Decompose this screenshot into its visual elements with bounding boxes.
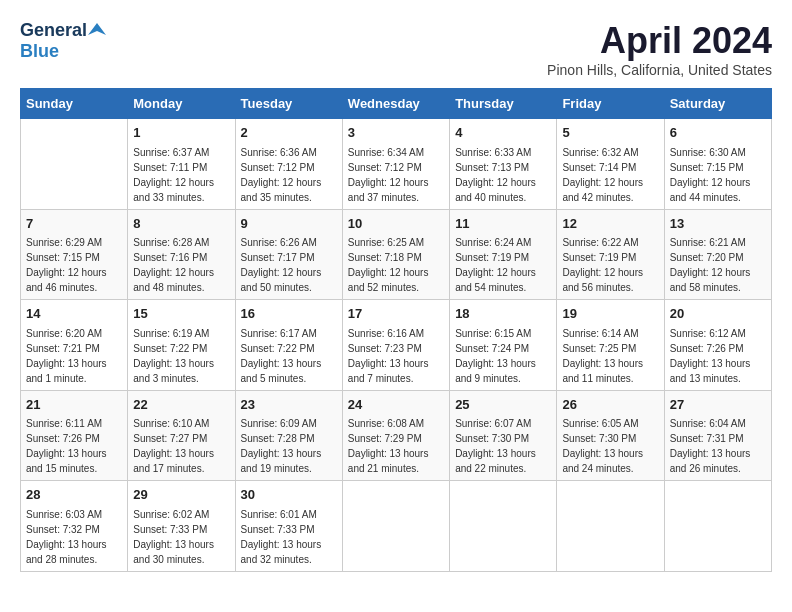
day-number: 21 bbox=[26, 395, 122, 415]
header-cell-monday: Monday bbox=[128, 89, 235, 119]
day-info: Sunrise: 6:34 AM Sunset: 7:12 PM Dayligh… bbox=[348, 145, 444, 205]
calendar-cell: 19Sunrise: 6:14 AM Sunset: 7:25 PM Dayli… bbox=[557, 300, 664, 391]
week-row-2: 7Sunrise: 6:29 AM Sunset: 7:15 PM Daylig… bbox=[21, 209, 772, 300]
day-info: Sunrise: 6:28 AM Sunset: 7:16 PM Dayligh… bbox=[133, 235, 229, 295]
day-info: Sunrise: 6:36 AM Sunset: 7:12 PM Dayligh… bbox=[241, 145, 337, 205]
day-info: Sunrise: 6:08 AM Sunset: 7:29 PM Dayligh… bbox=[348, 416, 444, 476]
day-number: 8 bbox=[133, 214, 229, 234]
calendar-cell: 23Sunrise: 6:09 AM Sunset: 7:28 PM Dayli… bbox=[235, 390, 342, 481]
day-info: Sunrise: 6:07 AM Sunset: 7:30 PM Dayligh… bbox=[455, 416, 551, 476]
day-number: 20 bbox=[670, 304, 766, 324]
day-number: 13 bbox=[670, 214, 766, 234]
day-number: 28 bbox=[26, 485, 122, 505]
day-number: 18 bbox=[455, 304, 551, 324]
day-info: Sunrise: 6:16 AM Sunset: 7:23 PM Dayligh… bbox=[348, 326, 444, 386]
day-number: 16 bbox=[241, 304, 337, 324]
day-info: Sunrise: 6:32 AM Sunset: 7:14 PM Dayligh… bbox=[562, 145, 658, 205]
day-info: Sunrise: 6:09 AM Sunset: 7:28 PM Dayligh… bbox=[241, 416, 337, 476]
day-info: Sunrise: 6:10 AM Sunset: 7:27 PM Dayligh… bbox=[133, 416, 229, 476]
calendar-cell: 22Sunrise: 6:10 AM Sunset: 7:27 PM Dayli… bbox=[128, 390, 235, 481]
calendar-cell: 3Sunrise: 6:34 AM Sunset: 7:12 PM Daylig… bbox=[342, 119, 449, 210]
day-info: Sunrise: 6:17 AM Sunset: 7:22 PM Dayligh… bbox=[241, 326, 337, 386]
title-block: April 2024 Pinon Hills, California, Unit… bbox=[547, 20, 772, 78]
day-info: Sunrise: 6:19 AM Sunset: 7:22 PM Dayligh… bbox=[133, 326, 229, 386]
day-number: 25 bbox=[455, 395, 551, 415]
day-info: Sunrise: 6:24 AM Sunset: 7:19 PM Dayligh… bbox=[455, 235, 551, 295]
logo-general: General bbox=[20, 20, 87, 41]
day-info: Sunrise: 6:26 AM Sunset: 7:17 PM Dayligh… bbox=[241, 235, 337, 295]
calendar-cell: 13Sunrise: 6:21 AM Sunset: 7:20 PM Dayli… bbox=[664, 209, 771, 300]
day-number: 24 bbox=[348, 395, 444, 415]
day-number: 3 bbox=[348, 123, 444, 143]
calendar-cell bbox=[21, 119, 128, 210]
calendar-cell: 24Sunrise: 6:08 AM Sunset: 7:29 PM Dayli… bbox=[342, 390, 449, 481]
day-info: Sunrise: 6:02 AM Sunset: 7:33 PM Dayligh… bbox=[133, 507, 229, 567]
week-row-5: 28Sunrise: 6:03 AM Sunset: 7:32 PM Dayli… bbox=[21, 481, 772, 572]
calendar-cell: 5Sunrise: 6:32 AM Sunset: 7:14 PM Daylig… bbox=[557, 119, 664, 210]
day-number: 5 bbox=[562, 123, 658, 143]
day-info: Sunrise: 6:25 AM Sunset: 7:18 PM Dayligh… bbox=[348, 235, 444, 295]
logo: General Blue bbox=[20, 20, 106, 62]
calendar-cell: 15Sunrise: 6:19 AM Sunset: 7:22 PM Dayli… bbox=[128, 300, 235, 391]
day-number: 15 bbox=[133, 304, 229, 324]
calendar-cell: 12Sunrise: 6:22 AM Sunset: 7:19 PM Dayli… bbox=[557, 209, 664, 300]
day-info: Sunrise: 6:30 AM Sunset: 7:15 PM Dayligh… bbox=[670, 145, 766, 205]
calendar-cell: 7Sunrise: 6:29 AM Sunset: 7:15 PM Daylig… bbox=[21, 209, 128, 300]
page-header: General Blue April 2024 Pinon Hills, Cal… bbox=[20, 20, 772, 78]
day-info: Sunrise: 6:15 AM Sunset: 7:24 PM Dayligh… bbox=[455, 326, 551, 386]
day-info: Sunrise: 6:20 AM Sunset: 7:21 PM Dayligh… bbox=[26, 326, 122, 386]
day-number: 10 bbox=[348, 214, 444, 234]
day-info: Sunrise: 6:04 AM Sunset: 7:31 PM Dayligh… bbox=[670, 416, 766, 476]
day-number: 2 bbox=[241, 123, 337, 143]
header-row: SundayMondayTuesdayWednesdayThursdayFrid… bbox=[21, 89, 772, 119]
day-info: Sunrise: 6:05 AM Sunset: 7:30 PM Dayligh… bbox=[562, 416, 658, 476]
calendar-cell: 11Sunrise: 6:24 AM Sunset: 7:19 PM Dayli… bbox=[450, 209, 557, 300]
calendar-cell: 9Sunrise: 6:26 AM Sunset: 7:17 PM Daylig… bbox=[235, 209, 342, 300]
page-title: April 2024 bbox=[547, 20, 772, 62]
header-cell-friday: Friday bbox=[557, 89, 664, 119]
day-number: 30 bbox=[241, 485, 337, 505]
day-number: 23 bbox=[241, 395, 337, 415]
day-number: 11 bbox=[455, 214, 551, 234]
day-info: Sunrise: 6:14 AM Sunset: 7:25 PM Dayligh… bbox=[562, 326, 658, 386]
day-number: 14 bbox=[26, 304, 122, 324]
day-info: Sunrise: 6:29 AM Sunset: 7:15 PM Dayligh… bbox=[26, 235, 122, 295]
header-cell-thursday: Thursday bbox=[450, 89, 557, 119]
calendar-cell: 30Sunrise: 6:01 AM Sunset: 7:33 PM Dayli… bbox=[235, 481, 342, 572]
calendar-cell: 21Sunrise: 6:11 AM Sunset: 7:26 PM Dayli… bbox=[21, 390, 128, 481]
calendar-cell: 25Sunrise: 6:07 AM Sunset: 7:30 PM Dayli… bbox=[450, 390, 557, 481]
week-row-1: 1Sunrise: 6:37 AM Sunset: 7:11 PM Daylig… bbox=[21, 119, 772, 210]
day-number: 29 bbox=[133, 485, 229, 505]
calendar-cell: 16Sunrise: 6:17 AM Sunset: 7:22 PM Dayli… bbox=[235, 300, 342, 391]
calendar-table: SundayMondayTuesdayWednesdayThursdayFrid… bbox=[20, 88, 772, 572]
calendar-cell: 28Sunrise: 6:03 AM Sunset: 7:32 PM Dayli… bbox=[21, 481, 128, 572]
day-number: 17 bbox=[348, 304, 444, 324]
calendar-cell bbox=[664, 481, 771, 572]
calendar-cell: 26Sunrise: 6:05 AM Sunset: 7:30 PM Dayli… bbox=[557, 390, 664, 481]
calendar-cell: 1Sunrise: 6:37 AM Sunset: 7:11 PM Daylig… bbox=[128, 119, 235, 210]
day-info: Sunrise: 6:21 AM Sunset: 7:20 PM Dayligh… bbox=[670, 235, 766, 295]
calendar-cell: 18Sunrise: 6:15 AM Sunset: 7:24 PM Dayli… bbox=[450, 300, 557, 391]
day-number: 27 bbox=[670, 395, 766, 415]
calendar-cell: 10Sunrise: 6:25 AM Sunset: 7:18 PM Dayli… bbox=[342, 209, 449, 300]
logo-blue: Blue bbox=[20, 41, 59, 61]
calendar-cell: 20Sunrise: 6:12 AM Sunset: 7:26 PM Dayli… bbox=[664, 300, 771, 391]
calendar-cell: 8Sunrise: 6:28 AM Sunset: 7:16 PM Daylig… bbox=[128, 209, 235, 300]
calendar-cell bbox=[342, 481, 449, 572]
day-info: Sunrise: 6:37 AM Sunset: 7:11 PM Dayligh… bbox=[133, 145, 229, 205]
week-row-3: 14Sunrise: 6:20 AM Sunset: 7:21 PM Dayli… bbox=[21, 300, 772, 391]
calendar-cell: 29Sunrise: 6:02 AM Sunset: 7:33 PM Dayli… bbox=[128, 481, 235, 572]
header-cell-tuesday: Tuesday bbox=[235, 89, 342, 119]
calendar-cell: 17Sunrise: 6:16 AM Sunset: 7:23 PM Dayli… bbox=[342, 300, 449, 391]
day-info: Sunrise: 6:11 AM Sunset: 7:26 PM Dayligh… bbox=[26, 416, 122, 476]
day-number: 6 bbox=[670, 123, 766, 143]
week-row-4: 21Sunrise: 6:11 AM Sunset: 7:26 PM Dayli… bbox=[21, 390, 772, 481]
day-number: 22 bbox=[133, 395, 229, 415]
calendar-cell bbox=[557, 481, 664, 572]
day-number: 4 bbox=[455, 123, 551, 143]
day-number: 19 bbox=[562, 304, 658, 324]
calendar-cell: 2Sunrise: 6:36 AM Sunset: 7:12 PM Daylig… bbox=[235, 119, 342, 210]
page-subtitle: Pinon Hills, California, United States bbox=[547, 62, 772, 78]
day-info: Sunrise: 6:12 AM Sunset: 7:26 PM Dayligh… bbox=[670, 326, 766, 386]
day-info: Sunrise: 6:33 AM Sunset: 7:13 PM Dayligh… bbox=[455, 145, 551, 205]
